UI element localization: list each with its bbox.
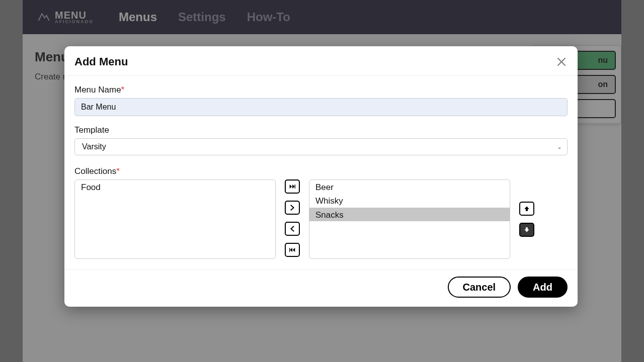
collections-label: Collections* xyxy=(74,166,568,176)
move-down-button[interactable] xyxy=(519,223,534,237)
list-item[interactable]: Whisky xyxy=(309,194,510,207)
selected-collections-list[interactable]: Beer Whisky Snacks xyxy=(309,179,510,259)
close-button[interactable] xyxy=(555,56,568,68)
menu-name-label: Menu Name* xyxy=(74,85,568,95)
rewind-icon xyxy=(288,246,296,254)
move-all-right-button[interactable] xyxy=(285,179,300,194)
list-item[interactable]: Beer xyxy=(309,180,510,194)
move-all-left-button[interactable] xyxy=(285,243,300,257)
menu-name-input[interactable] xyxy=(74,98,568,116)
list-item[interactable]: Food xyxy=(75,180,275,194)
move-right-button[interactable] xyxy=(285,201,300,215)
close-icon xyxy=(555,56,568,68)
svg-rect-0 xyxy=(295,185,295,189)
template-label: Template xyxy=(74,125,568,135)
arrow-down-icon xyxy=(523,226,531,234)
list-item[interactable]: Snacks xyxy=(309,208,510,221)
chevron-left-icon xyxy=(288,225,296,233)
chevron-right-icon xyxy=(288,204,296,212)
move-left-button[interactable] xyxy=(285,222,300,236)
template-selected-value: Varsity xyxy=(75,139,567,155)
svg-rect-1 xyxy=(289,248,290,252)
template-select[interactable]: Varsity ⌄ xyxy=(74,138,568,155)
move-up-button[interactable] xyxy=(519,202,534,216)
modal-title: Add Menu xyxy=(74,55,128,68)
fast-forward-icon xyxy=(288,183,296,191)
add-menu-modal: Add Menu Menu Name* Template Varsity ⌄ C… xyxy=(64,46,578,307)
chevron-down-icon: ⌄ xyxy=(557,143,562,150)
available-collections-list[interactable]: Food xyxy=(74,179,276,259)
arrow-up-icon xyxy=(523,205,531,213)
add-button[interactable]: Add xyxy=(518,277,568,298)
cancel-button[interactable]: Cancel xyxy=(448,277,511,298)
